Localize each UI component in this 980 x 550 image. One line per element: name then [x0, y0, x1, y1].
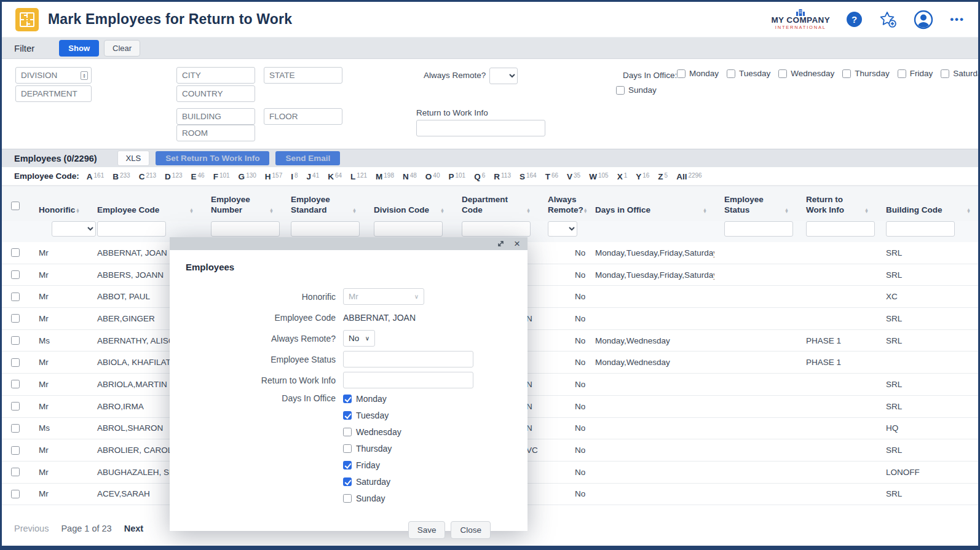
- row-checkbox[interactable]: [11, 314, 20, 323]
- city-input[interactable]: [176, 67, 255, 84]
- alpha-link-f[interactable]: F101: [213, 171, 230, 182]
- send-email-button[interactable]: Send Email: [275, 151, 340, 165]
- expand-icon[interactable]: [497, 240, 505, 248]
- more-options-icon[interactable]: •••: [950, 14, 965, 26]
- sort-icon[interactable]: ▲▼: [966, 208, 971, 216]
- alpha-link-g[interactable]: G130: [239, 171, 256, 182]
- row-checkbox[interactable]: [11, 446, 20, 455]
- filter-day-thursday-checkbox[interactable]: [842, 69, 851, 78]
- save-button[interactable]: Save: [408, 521, 446, 539]
- select-all-checkbox[interactable]: [11, 202, 20, 210]
- sort-icon[interactable]: ▲▼: [269, 208, 274, 216]
- country-input[interactable]: [176, 85, 255, 102]
- sort-icon[interactable]: ▲▼: [784, 208, 789, 216]
- row-checkbox[interactable]: [11, 424, 20, 433]
- row-checkbox[interactable]: [11, 402, 20, 411]
- filter-day-saturday-checkbox[interactable]: [941, 69, 949, 78]
- column-filter-select[interactable]: [548, 221, 577, 237]
- row-checkbox[interactable]: [11, 358, 20, 367]
- filter-day-sunday-checkbox[interactable]: [616, 86, 625, 95]
- next-page-link[interactable]: Next: [124, 524, 143, 533]
- sort-icon[interactable]: ▲▼: [189, 208, 194, 216]
- column-header-always-remote-[interactable]: Always Remote?▲▼: [538, 186, 585, 221]
- column-header-employee-number[interactable]: Employee Number▲▼: [201, 186, 281, 221]
- building-input[interactable]: [176, 108, 255, 125]
- department-input[interactable]: [15, 85, 92, 102]
- column-header-building-code[interactable]: Building Code▲▼: [876, 186, 978, 221]
- row-checkbox[interactable]: [11, 248, 20, 257]
- modal-day-friday-checkbox[interactable]: [343, 461, 352, 469]
- alpha-link-x[interactable]: X1: [617, 171, 628, 182]
- room-input[interactable]: [176, 125, 255, 141]
- alpha-link-j[interactable]: J41: [307, 171, 320, 182]
- filter-day-tuesday-checkbox[interactable]: [727, 69, 735, 78]
- division-picker-icon[interactable]: ▲▼: [81, 71, 88, 80]
- row-checkbox[interactable]: [11, 490, 20, 498]
- column-header-department-code[interactable]: Department Code▲▼: [452, 186, 538, 221]
- state-input[interactable]: [264, 67, 342, 84]
- modal-honorific-select[interactable]: Mr∨: [343, 288, 424, 305]
- column-filter-input[interactable]: [886, 221, 955, 237]
- user-avatar-icon[interactable]: [914, 10, 933, 29]
- alpha-link-v[interactable]: V35: [567, 171, 580, 182]
- row-checkbox[interactable]: [11, 380, 20, 388]
- alpha-link-l[interactable]: L121: [350, 171, 367, 182]
- column-header-division-code[interactable]: Division Code▲▼: [364, 186, 452, 221]
- alpha-link-n[interactable]: N48: [403, 171, 417, 182]
- sort-icon[interactable]: ▲▼: [76, 208, 80, 216]
- alpha-link-r[interactable]: R113: [494, 171, 511, 182]
- filter-day-friday-checkbox[interactable]: [898, 69, 906, 78]
- set-return-to-work-button[interactable]: Set Return To Work Info: [156, 151, 269, 165]
- alpha-link-k[interactable]: K64: [328, 171, 342, 182]
- filter-day-monday-checkbox[interactable]: [677, 69, 686, 78]
- column-filter-input[interactable]: [374, 221, 443, 237]
- modal-day-saturday-checkbox[interactable]: [343, 477, 352, 486]
- sort-icon[interactable]: ▲▼: [703, 208, 707, 216]
- row-checkbox[interactable]: [11, 270, 20, 279]
- alpha-link-o[interactable]: O40: [425, 171, 440, 182]
- previous-page-link[interactable]: Previous: [14, 524, 49, 533]
- alpha-link-m[interactable]: M198: [376, 171, 394, 182]
- column-header-return-to-work-info[interactable]: Return to Work Info▲▼: [796, 186, 876, 221]
- alpha-link-d[interactable]: D123: [165, 171, 182, 182]
- modal-employee-status-input[interactable]: [343, 351, 473, 367]
- alpha-link-q[interactable]: Q6: [474, 171, 485, 182]
- favorite-star-icon[interactable]: [879, 11, 897, 28]
- alpha-link-p[interactable]: P101: [448, 171, 465, 182]
- column-filter-input[interactable]: [462, 221, 531, 237]
- column-filter-input[interactable]: [806, 221, 875, 237]
- alpha-link-c[interactable]: C213: [139, 171, 156, 182]
- sort-icon[interactable]: ▲▼: [864, 208, 869, 216]
- column-header-employee-code[interactable]: Employee Code▲▼: [87, 186, 201, 221]
- row-checkbox[interactable]: [11, 293, 20, 301]
- column-header-employee-standard[interactable]: Employee Standard▲▼: [281, 186, 364, 221]
- column-filter-input[interactable]: [291, 221, 360, 237]
- sort-icon[interactable]: ▲▼: [440, 208, 445, 216]
- close-icon[interactable]: ×: [514, 238, 520, 249]
- sort-icon[interactable]: ▲▼: [526, 208, 531, 216]
- row-checkbox[interactable]: [11, 336, 20, 345]
- column-header-honorific[interactable]: Honorific▲▼: [29, 186, 87, 221]
- modal-day-wednesday-checkbox[interactable]: [343, 428, 352, 436]
- modal-day-tuesday-checkbox[interactable]: [343, 411, 352, 420]
- floor-input[interactable]: [264, 108, 342, 125]
- clear-button[interactable]: Clear: [104, 40, 140, 57]
- alpha-link-b[interactable]: B233: [113, 171, 130, 182]
- alpha-link-all[interactable]: All2296: [676, 171, 702, 182]
- alpha-link-t[interactable]: T66: [545, 171, 558, 182]
- help-icon[interactable]: ?: [847, 12, 862, 27]
- row-checkbox[interactable]: [11, 468, 20, 476]
- modal-day-monday-checkbox[interactable]: [343, 395, 352, 403]
- column-header-days-in-office[interactable]: Days in Office▲▼: [585, 186, 714, 221]
- alpha-link-h[interactable]: H157: [265, 171, 282, 182]
- alpha-link-w[interactable]: W105: [589, 171, 608, 182]
- close-button[interactable]: Close: [451, 521, 491, 539]
- alpha-link-y[interactable]: Y16: [636, 171, 649, 182]
- alpha-link-a[interactable]: A161: [87, 171, 104, 182]
- alpha-link-i[interactable]: I8: [291, 171, 298, 182]
- filter-day-wednesday-checkbox[interactable]: [778, 69, 787, 78]
- column-filter-input[interactable]: [97, 221, 166, 237]
- modal-day-thursday-checkbox[interactable]: [343, 444, 352, 453]
- column-header-employee-status[interactable]: Employee Status▲▼: [714, 186, 796, 221]
- always-remote-select[interactable]: [489, 68, 518, 84]
